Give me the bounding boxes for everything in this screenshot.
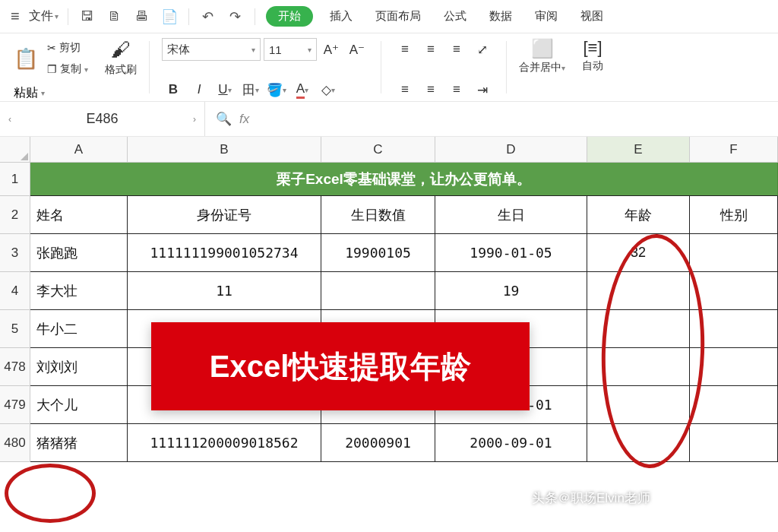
merge-center-button[interactable]: ⬜ 合并居中▾ (519, 38, 565, 74)
name-box[interactable]: E486 (20, 111, 185, 127)
cell[interactable] (587, 310, 690, 348)
cell[interactable]: 大个儿 (30, 386, 128, 424)
row-header[interactable]: 1 (0, 163, 30, 196)
redo-icon[interactable]: ↷ (223, 5, 248, 29)
italic-button[interactable]: I (188, 78, 210, 101)
row-header[interactable]: 479 (0, 386, 30, 424)
paste-button[interactable]: 📋 (14, 47, 38, 71)
increase-font-button[interactable]: A⁺ (320, 38, 343, 61)
cell[interactable] (690, 234, 778, 272)
row-header[interactable]: 3 (0, 234, 30, 272)
orientation-button[interactable]: ⤢ (471, 38, 494, 61)
cell[interactable]: 19 (435, 272, 587, 310)
col-header-C[interactable]: C (321, 137, 435, 163)
tab-layout[interactable]: 页面布局 (365, 6, 432, 27)
cell[interactable] (587, 348, 690, 386)
cell[interactable]: 11 (128, 272, 321, 310)
align-bottom-button[interactable]: ≡ (445, 38, 468, 61)
header-id[interactable]: 身份证号 (128, 196, 321, 234)
select-all-corner[interactable] (0, 137, 30, 163)
cell[interactable] (587, 424, 690, 462)
row-header[interactable]: 480 (0, 424, 30, 462)
tab-insert[interactable]: 插入 (319, 6, 363, 27)
cell[interactable] (690, 348, 778, 386)
fx-icon[interactable]: fx (239, 112, 249, 127)
print-preview-icon[interactable]: 📄 (157, 5, 182, 29)
cell[interactable]: 19900105 (321, 234, 435, 272)
cell[interactable] (587, 272, 690, 310)
bold-button[interactable]: B (162, 78, 185, 101)
cell[interactable] (690, 310, 778, 348)
chevron-down-icon: ▾ (55, 12, 59, 21)
cell[interactable] (690, 272, 778, 310)
font-color-button[interactable]: A▾ (291, 78, 314, 101)
wrap-button[interactable]: [≡] 自动 (582, 38, 603, 73)
header-age[interactable]: 年龄 (587, 196, 690, 234)
cell[interactable]: 牛小二 (30, 310, 128, 348)
font-group: 宋体▾ 11▾ A⁺ A⁻ B I U▾ 田▾ 🪣▾ A▾ ◇▾ (156, 38, 375, 101)
col-header-D[interactable]: D (435, 137, 587, 163)
font-name-select[interactable]: 宋体▾ (162, 38, 261, 61)
clear-format-button[interactable]: ◇▾ (317, 78, 340, 101)
header-birth[interactable]: 生日 (435, 196, 587, 234)
tab-start[interactable]: 开始 (266, 6, 313, 27)
cell[interactable]: 张跑跑 (30, 234, 128, 272)
undo-icon[interactable]: ↶ (195, 5, 221, 29)
indent-button[interactable]: ⇥ (471, 78, 494, 101)
tab-data[interactable]: 数据 (479, 6, 523, 27)
cell[interactable]: 李大壮 (30, 272, 128, 310)
fill-color-button[interactable]: 🪣▾ (265, 78, 288, 101)
font-size-select[interactable]: 11▾ (264, 38, 317, 61)
tab-view[interactable]: 视图 (570, 6, 614, 27)
col-header-F[interactable]: F (690, 137, 778, 163)
save-as-icon[interactable]: 🗎 (102, 5, 128, 29)
save-icon[interactable]: 🖫 (74, 5, 100, 29)
align-left-button[interactable]: ≡ (394, 78, 416, 101)
row-header[interactable]: 4 (0, 272, 30, 310)
cell[interactable]: 刘刘刘 (30, 348, 128, 386)
header-sex[interactable]: 性别 (690, 196, 778, 234)
menu-icon[interactable]: ≡ (6, 5, 24, 28)
namebox-next[interactable]: › (185, 114, 204, 125)
cell[interactable]: 2000-09-01 (435, 424, 587, 462)
cell[interactable] (587, 386, 690, 424)
border-button[interactable]: 田▾ (239, 78, 262, 101)
row-header[interactable]: 5 (0, 310, 30, 348)
title-cell[interactable]: 栗子Excel零基础课堂，让办公更简单。 (30, 163, 778, 196)
cell[interactable]: 猪猪猪 (30, 424, 128, 462)
cell[interactable]: 1990-01-05 (435, 234, 587, 272)
formula-input[interactable] (260, 102, 778, 136)
header-birthnum[interactable]: 生日数值 (321, 196, 435, 234)
cell[interactable]: 32 (587, 234, 690, 272)
cell[interactable] (690, 386, 778, 424)
cancel-icon[interactable]: 🔍 (216, 111, 232, 127)
tab-formula[interactable]: 公式 (433, 6, 477, 27)
cell[interactable]: 111111199001052734 (128, 234, 321, 272)
format-painter-button[interactable]: 🖌 格式刷 (105, 38, 137, 77)
decrease-font-button[interactable]: A⁻ (346, 38, 368, 61)
align-right-button[interactable]: ≡ (445, 78, 468, 101)
cell[interactable]: 111111200009018562 (128, 424, 321, 462)
chevron-down-icon: ▾ (331, 86, 335, 94)
col-header-B[interactable]: B (128, 137, 321, 163)
col-header-E[interactable]: E (587, 137, 690, 163)
row-header[interactable]: 2 (0, 196, 30, 234)
row-header[interactable]: 478 (0, 348, 30, 386)
cut-button[interactable]: ✂剪切 (47, 38, 88, 58)
file-menu[interactable]: 文件 ▾ (26, 5, 62, 27)
paste-label: 粘贴 (14, 85, 38, 101)
namebox-prev[interactable]: ‹ (0, 114, 20, 125)
cell[interactable] (321, 272, 435, 310)
header-name[interactable]: 姓名 (30, 196, 128, 234)
col-header-A[interactable]: A (30, 137, 128, 163)
tab-review[interactable]: 审阅 (524, 6, 568, 27)
align-center-button[interactable]: ≡ (419, 78, 442, 101)
copy-button[interactable]: ❐复制▾ (47, 59, 88, 79)
print-icon[interactable]: 🖶 (129, 5, 155, 29)
align-top-button[interactable]: ≡ (394, 38, 416, 61)
underline-button[interactable]: U▾ (213, 78, 236, 101)
align-middle-button[interactable]: ≡ (419, 38, 442, 61)
column-headers: A B C D E F (0, 137, 778, 163)
cell[interactable] (690, 424, 778, 462)
cell[interactable]: 20000901 (321, 424, 435, 462)
